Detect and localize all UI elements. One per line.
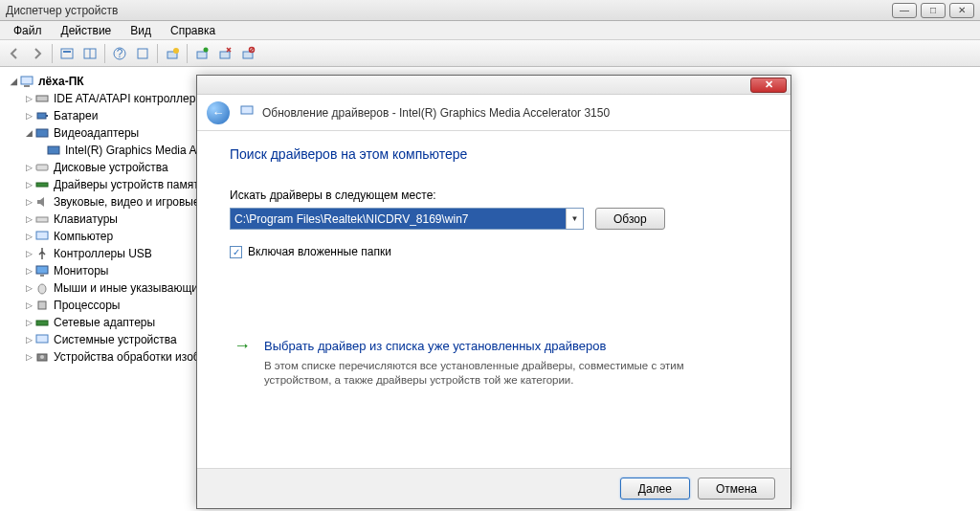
computer-icon <box>34 229 50 244</box>
svg-point-33 <box>40 355 44 359</box>
browse-button[interactable]: Обзор <box>595 208 665 230</box>
toolbar-forward[interactable] <box>27 43 48 64</box>
next-button[interactable]: Далее <box>620 478 690 500</box>
svg-point-28 <box>38 284 46 294</box>
dialog-title: Обновление драйверов - Intel(R) Graphics… <box>262 106 610 120</box>
toolbar-separator <box>52 44 53 63</box>
arrow-right-icon: → <box>234 339 251 388</box>
svg-rect-18 <box>37 113 46 119</box>
dialog-titlebar: ✕ <box>197 76 791 95</box>
svg-rect-34 <box>241 106 253 114</box>
expand-arrow-icon[interactable]: ▷ <box>23 159 34 176</box>
toolbar-icon-2[interactable] <box>79 43 100 64</box>
minimize-button[interactable]: — <box>892 3 917 18</box>
toolbar-uninstall-icon[interactable] <box>214 43 235 64</box>
svg-rect-23 <box>36 183 48 187</box>
svg-rect-1 <box>63 51 71 53</box>
back-button[interactable]: ← <box>207 101 230 124</box>
memory-icon <box>34 177 50 192</box>
svg-rect-16 <box>24 85 30 87</box>
toolbar: ? <box>0 40 980 67</box>
menubar: Файл Действие Вид Справка <box>0 21 980 40</box>
dialog-footer: Далее Отмена <box>197 468 791 508</box>
window-title: Диспетчер устройств <box>6 4 892 17</box>
computer-icon <box>19 74 34 89</box>
toolbar-help-icon[interactable]: ? <box>109 43 130 64</box>
display-adapter-icon <box>46 143 61 158</box>
main-titlebar: Диспетчер устройств — □ ✕ <box>0 0 980 21</box>
toolbar-back[interactable] <box>4 43 25 64</box>
svg-rect-21 <box>48 146 59 154</box>
dialog-close-button[interactable]: ✕ <box>750 78 787 93</box>
menu-help[interactable]: Справка <box>161 22 225 39</box>
svg-rect-22 <box>36 165 48 170</box>
collapse-arrow-icon[interactable]: ◢ <box>23 124 34 142</box>
expand-arrow-icon[interactable]: ▷ <box>23 279 34 297</box>
disk-icon <box>34 160 50 175</box>
network-icon <box>34 315 50 330</box>
expand-arrow-icon[interactable]: ▷ <box>23 314 34 331</box>
expand-arrow-icon[interactable]: ▷ <box>23 331 34 348</box>
imaging-icon <box>34 349 50 365</box>
svg-rect-15 <box>21 77 33 84</box>
menu-view[interactable]: Вид <box>121 22 161 39</box>
svg-point-8 <box>173 48 179 54</box>
svg-rect-27 <box>40 275 44 277</box>
toolbar-update-icon[interactable] <box>191 43 212 64</box>
choose-from-list-option[interactable]: → Выбрать драйвер из списка уже установл… <box>230 335 758 388</box>
controller-icon <box>34 91 50 106</box>
toolbar-disable-icon[interactable] <box>237 43 258 64</box>
expand-arrow-icon[interactable]: ▷ <box>23 90 34 107</box>
expand-arrow-icon[interactable]: ▷ <box>23 245 34 262</box>
svg-rect-20 <box>36 129 48 137</box>
collapse-arrow-icon[interactable]: ◢ <box>8 73 19 90</box>
maximize-button[interactable]: □ <box>921 3 946 18</box>
svg-rect-24 <box>36 217 48 222</box>
svg-rect-17 <box>36 96 48 101</box>
svg-rect-30 <box>36 321 48 325</box>
display-adapter-icon <box>34 125 50 141</box>
monitor-icon <box>34 263 50 278</box>
dropdown-arrow-icon[interactable]: ▼ <box>566 209 583 229</box>
svg-point-10 <box>204 47 209 52</box>
svg-rect-0 <box>61 49 73 58</box>
expand-arrow-icon[interactable]: ▷ <box>23 297 34 314</box>
usb-icon <box>34 246 50 261</box>
toolbar-scan-icon[interactable] <box>162 43 183 64</box>
include-subfolders-checkbox[interactable]: ✓ <box>230 246 242 258</box>
expand-arrow-icon[interactable]: ▷ <box>23 262 34 279</box>
expand-arrow-icon[interactable]: ▷ <box>23 176 34 193</box>
expand-arrow-icon[interactable]: ▷ <box>23 107 34 124</box>
svg-rect-26 <box>36 266 48 274</box>
processor-icon <box>34 298 50 313</box>
menu-action[interactable]: Действие <box>52 22 122 39</box>
expand-arrow-icon[interactable]: ▷ <box>23 228 34 245</box>
expand-arrow-icon[interactable]: ▷ <box>23 211 34 228</box>
path-combobox[interactable]: C:\Program Files\Realtek\NICDRV_8169\win… <box>230 208 584 230</box>
svg-rect-11 <box>220 52 230 58</box>
choose-description: В этом списке перечисляются все установл… <box>264 359 724 388</box>
dialog-header: ← Обновление драйверов - Intel(R) Graphi… <box>197 95 791 131</box>
expand-arrow-icon[interactable]: ▷ <box>23 348 34 366</box>
svg-rect-29 <box>38 301 46 309</box>
toolbar-icon-4[interactable] <box>132 43 153 64</box>
toolbar-separator <box>187 44 188 63</box>
menu-file[interactable]: Файл <box>4 22 52 39</box>
toolbar-icon-1[interactable] <box>56 43 78 64</box>
include-subfolders-label: Включая вложенные папки <box>248 245 391 258</box>
path-value[interactable]: C:\Program Files\Realtek\NICDRV_8169\win… <box>231 209 566 229</box>
svg-rect-6 <box>138 49 147 58</box>
close-button[interactable]: ✕ <box>949 3 974 18</box>
expand-arrow-icon[interactable]: ▷ <box>23 193 34 211</box>
battery-icon <box>34 108 50 123</box>
keyboard-icon <box>34 211 50 227</box>
svg-text:?: ? <box>117 47 123 60</box>
svg-rect-19 <box>46 115 48 117</box>
cancel-button[interactable]: Отмена <box>698 478 775 500</box>
driver-update-dialog: ✕ ← Обновление драйверов - Intel(R) Grap… <box>196 75 791 509</box>
svg-rect-31 <box>36 335 48 343</box>
toolbar-separator <box>104 44 105 63</box>
toolbar-separator <box>157 44 158 63</box>
section-title: Поиск драйверов на этом компьютере <box>230 146 758 162</box>
choose-title: Выбрать драйвер из списка уже установлен… <box>264 339 724 353</box>
